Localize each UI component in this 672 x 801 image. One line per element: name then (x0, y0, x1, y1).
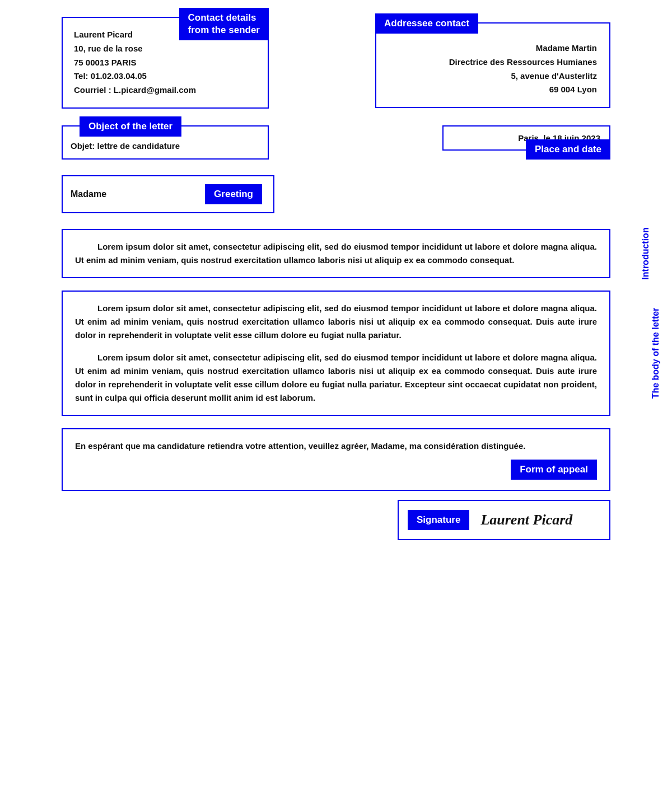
appeal-block: En espérant que ma candidature retiendra… (62, 428, 610, 491)
object-block: Object of the letter Objet: lettre de ca… (62, 125, 269, 160)
signature-row: Signature Laurent Picard (62, 500, 610, 540)
sender-badge: Contact detailsfrom the sender (179, 8, 269, 40)
addressee-address1: 5, avenue d'Austerlitz (511, 71, 597, 81)
date-block: Paris, le 18 juin 2023 Place and date (442, 125, 610, 151)
addressee-info: Madame Martin Directrice des Ressources … (389, 41, 597, 97)
mid-row: Object of the letter Objet: lettre de ca… (62, 125, 610, 160)
top-row: Contact detailsfrom the sender Laurent P… (62, 17, 610, 109)
body-para1-text: Lorem ipsum dolor sit amet, consectetur … (75, 302, 597, 342)
body-label: The body of the letter (651, 308, 661, 399)
intro-block: Lorem ipsum dolor sit amet, consectetur … (62, 229, 610, 278)
sender-tel: Tel: 01.02.03.04.05 (74, 71, 147, 81)
sender-address1: 10, rue de la rose (74, 44, 143, 53)
addressee-address2: 69 004 Lyon (549, 85, 597, 94)
appeal-section: En espérant que ma candidature retiendra… (62, 428, 610, 491)
appeal-text: En espérant que ma candidature retiendra… (75, 441, 525, 451)
signature-text: Laurent Picard (480, 512, 572, 528)
sender-name: Laurent Picard (74, 30, 133, 39)
greeting-text: Madame (71, 189, 188, 199)
addressee-block: Addressee contact Madame Martin Directri… (375, 22, 610, 108)
greeting-row: Madame Greeting (62, 175, 610, 213)
date-badge: Place and date (526, 139, 610, 160)
sender-email: Courriel : L.picard@gmail.com (74, 85, 196, 95)
appeal-badge-row: Form of appeal (75, 460, 597, 480)
addressee-badge: Addressee contact (375, 13, 478, 34)
appeal-badge: Form of appeal (511, 460, 597, 480)
body-para2: Lorem ipsum dolor sit amet, consectetur … (75, 351, 597, 405)
signature-badge: Signature (408, 510, 469, 530)
addressee-title: Directrice des Ressources Humianes (449, 57, 597, 67)
body-section: Lorem ipsum dolor sit amet, consectetur … (62, 291, 610, 416)
sender-address2: 75 00013 PARIS (74, 58, 136, 67)
object-text: Objet: lettre de candidature (71, 141, 256, 151)
intro-section: Lorem ipsum dolor sit amet, consectetur … (62, 229, 610, 278)
page: Contact detailsfrom the sender Laurent P… (62, 0, 610, 563)
greeting-badge: Greeting (205, 184, 262, 204)
body-para1: Lorem ipsum dolor sit amet, consectetur … (75, 302, 597, 342)
body-para2-text: Lorem ipsum dolor sit amet, consectetur … (75, 351, 597, 405)
object-badge: Object of the letter (80, 116, 181, 137)
body-block: Lorem ipsum dolor sit amet, consectetur … (62, 291, 610, 416)
signature-block: Signature Laurent Picard (398, 500, 610, 540)
greeting-block: Madame Greeting (62, 175, 274, 213)
intro-label: Introduction (641, 227, 651, 279)
intro-text: Lorem ipsum dolor sit amet, consectetur … (75, 240, 597, 267)
addressee-name: Madame Martin (536, 43, 597, 53)
sender-block: Contact detailsfrom the sender Laurent P… (62, 17, 269, 109)
